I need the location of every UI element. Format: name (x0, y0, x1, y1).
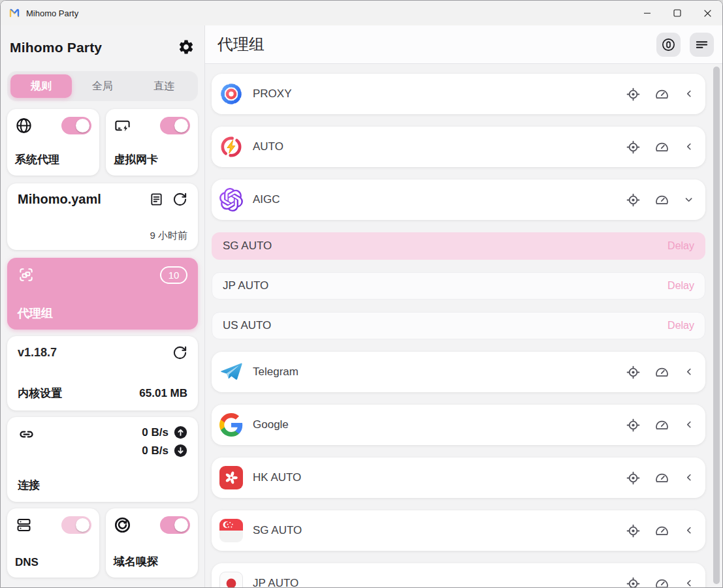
globe-icon (15, 117, 33, 134)
connections-card[interactable]: 0 B/s 0 B/s 连接 (7, 417, 198, 502)
sider-width-toggle-button[interactable] (656, 33, 681, 57)
close-button[interactable] (692, 1, 722, 25)
locate-icon[interactable] (626, 418, 641, 433)
chevron-icon[interactable] (683, 419, 695, 431)
proxy-group-row[interactable]: AUTO (212, 127, 705, 167)
kernel-memory: 65.01 MB (139, 387, 187, 400)
connections-label: 连接 (18, 478, 187, 493)
locate-icon[interactable] (626, 471, 641, 486)
edit-profile-icon[interactable] (149, 192, 164, 207)
delay-test-gauge-icon[interactable] (654, 576, 669, 588)
titlebar[interactable]: Mihomo Party (1, 1, 722, 25)
system-proxy-label: 系统代理 (15, 152, 91, 167)
group-icon (219, 413, 243, 437)
proxy-item-row[interactable]: US AUTO Delay (212, 312, 705, 339)
chevron-icon[interactable] (683, 88, 695, 100)
kernel-label: 内核设置 (18, 386, 62, 401)
delay-label[interactable]: Delay (667, 320, 694, 332)
sidebar-item-proxy-groups[interactable]: 10 代理组 (7, 258, 198, 330)
proxy-group-row[interactable]: Telegram (212, 352, 705, 392)
window-controls (632, 1, 722, 25)
delay-test-gauge-icon[interactable] (654, 87, 669, 102)
tun-card[interactable]: 虚拟网卡 (106, 109, 198, 176)
locate-icon[interactable] (626, 365, 641, 380)
group-icon (219, 572, 243, 587)
system-proxy-toggle[interactable] (61, 117, 91, 134)
page-title: 代理组 (217, 34, 265, 55)
sniffer-icon (114, 516, 131, 534)
link-icon (18, 426, 35, 443)
delay-test-gauge-icon[interactable] (654, 418, 669, 433)
download-speed: 0 B/s (142, 444, 169, 457)
delay-test-gauge-icon[interactable] (654, 365, 669, 380)
proxy-name: JP AUTO (223, 279, 268, 292)
settings-gear-button[interactable] (177, 39, 195, 57)
chevron-icon[interactable] (683, 194, 695, 206)
group-name: PROXY (253, 87, 292, 101)
profile-updated: 9 小时前 (18, 230, 187, 242)
delay-test-gauge-icon[interactable] (654, 523, 669, 538)
kernel-version: v1.18.7 (18, 346, 57, 360)
delay-test-gauge-icon[interactable] (654, 193, 669, 208)
proxy-group-row[interactable]: SG AUTO (212, 510, 705, 551)
group-icon (219, 360, 243, 384)
chevron-icon[interactable] (683, 141, 695, 153)
locate-icon[interactable] (626, 576, 641, 588)
delay-test-gauge-icon[interactable] (654, 140, 669, 155)
group-name: JP AUTO (253, 577, 298, 587)
sniff-card[interactable]: 域名嗅探 (106, 508, 198, 578)
sniff-label: 域名嗅探 (114, 554, 190, 569)
group-name: AUTO (253, 140, 283, 153)
chevron-icon[interactable] (683, 578, 695, 587)
scrollbar-thumb[interactable] (713, 67, 720, 584)
chevron-icon[interactable] (683, 366, 695, 378)
upload-arrow-icon (174, 426, 187, 439)
scrollbar[interactable] (713, 67, 720, 584)
locate-icon[interactable] (626, 193, 641, 208)
tun-label: 虚拟网卡 (114, 152, 190, 167)
main-header: 代理组 (205, 25, 722, 64)
delay-test-gauge-icon[interactable] (654, 471, 669, 486)
outbound-mode-tabs: 规则 全局 直连 (7, 71, 198, 101)
chevron-icon[interactable] (683, 472, 695, 484)
app-window: Mihomo Party Mihomo Party 规则 全局 直连 (0, 0, 723, 588)
restart-kernel-icon[interactable] (172, 345, 187, 360)
tun-toggle[interactable] (160, 117, 190, 134)
proxy-group-row[interactable]: HK AUTO (212, 457, 705, 498)
proxy-group-row[interactable]: PROXY (212, 74, 705, 114)
minimize-button[interactable] (632, 1, 662, 25)
proxy-item-row[interactable]: JP AUTO Delay (212, 272, 705, 300)
upload-speed: 0 B/s (142, 426, 169, 439)
group-name: HK AUTO (253, 471, 301, 484)
profile-name: Mihomo.yaml (18, 192, 101, 207)
proxy-group-row[interactable]: AIGC (212, 179, 705, 220)
group-icon (219, 188, 243, 211)
dns-toggle[interactable] (61, 516, 91, 534)
maximize-button[interactable] (662, 1, 692, 25)
refresh-profile-icon[interactable] (172, 192, 187, 207)
delay-label[interactable]: Delay (667, 280, 694, 292)
tab-direct[interactable]: 直连 (133, 74, 195, 98)
sniff-toggle[interactable] (160, 516, 190, 534)
proxy-group-row[interactable]: Google (212, 405, 705, 445)
dns-card[interactable]: DNS (7, 508, 99, 578)
chevron-icon[interactable] (683, 525, 695, 536)
group-icon (219, 82, 243, 106)
system-proxy-card[interactable]: 系统代理 (7, 109, 99, 176)
proxy-groups-icon (18, 266, 35, 283)
proxy-group-row[interactable]: JP AUTO (212, 563, 705, 587)
delay-label[interactable]: Delay (667, 240, 694, 252)
sidebar: Mihomo Party 规则 全局 直连 (1, 25, 205, 587)
tab-global[interactable]: 全局 (72, 74, 133, 98)
locate-icon[interactable] (626, 523, 641, 538)
proxy-item-row[interactable]: SG AUTO Delay (212, 232, 705, 260)
dns-label: DNS (15, 556, 91, 569)
proxy-name: US AUTO (223, 319, 271, 332)
locate-icon[interactable] (626, 87, 641, 102)
group-display-order-button[interactable] (690, 33, 714, 57)
locate-icon[interactable] (626, 140, 641, 155)
tab-rule[interactable]: 规则 (10, 74, 72, 98)
profile-card[interactable]: Mihomo.yaml 9 小时前 (7, 183, 198, 250)
group-count-badge: 10 (160, 266, 187, 284)
kernel-card[interactable]: v1.18.7 内核设置 65.01 MB (7, 336, 198, 410)
